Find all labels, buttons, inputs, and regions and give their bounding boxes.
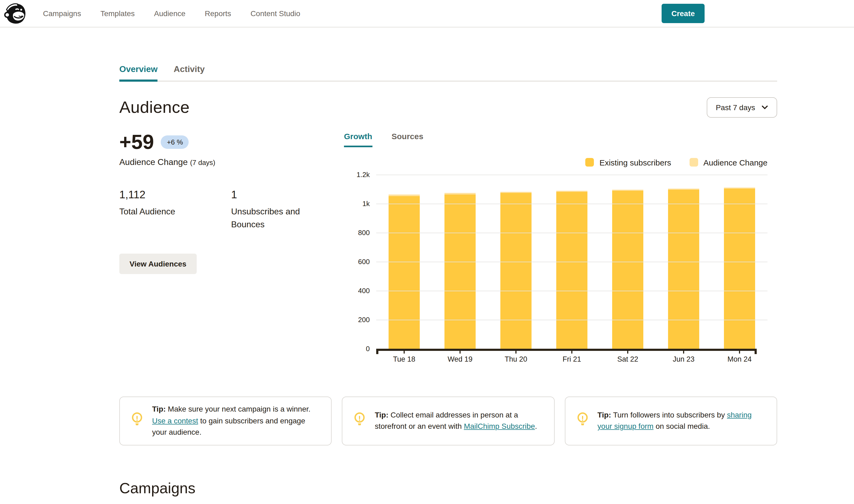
tip-prefix: Tip: xyxy=(375,411,389,419)
page-title: Audience xyxy=(119,98,190,117)
lightbulb-icon xyxy=(353,412,366,430)
tip-card: Tip: Collect email addresses in person a… xyxy=(342,397,555,445)
bar-segment-existing-subscribers[interactable] xyxy=(612,191,643,349)
mailchimp-logo-icon[interactable] xyxy=(3,2,27,25)
tip-prefix: Tip: xyxy=(598,411,611,419)
unsubscribes-value: 1 xyxy=(231,188,312,201)
title-row: Audience Past 7 days xyxy=(119,97,777,118)
tip-body-text: . xyxy=(535,422,537,431)
unsubscribes-stat: 1 Unsubscribes and Bounces xyxy=(231,188,312,231)
tip-body-text: on social media. xyxy=(654,422,710,431)
chart-tabs: Growth Sources xyxy=(344,132,767,147)
bar-segment-existing-subscribers[interactable] xyxy=(500,193,532,349)
growth-chart-panel: Growth Sources Existing subscribersAudie… xyxy=(344,132,777,363)
y-tick-label: 1k xyxy=(362,200,370,208)
legend-label: Audience Change xyxy=(703,158,767,167)
bar-segment-existing-subscribers[interactable] xyxy=(389,196,420,349)
date-range-value: Past 7 days xyxy=(716,103,755,112)
tip-body-text: Make sure your next campaign is a winner… xyxy=(166,404,310,413)
y-axis-labels: 1.2k1k8006004002000 xyxy=(344,175,376,349)
campaigns-section-heading: Campaigns xyxy=(119,480,777,497)
x-category-label: Sat 22 xyxy=(600,355,656,363)
bar-segment-existing-subscribers[interactable] xyxy=(556,192,587,349)
legend-swatch xyxy=(586,158,594,166)
gridline xyxy=(376,233,767,233)
main-content: Overview Activity Audience Past 7 days +… xyxy=(0,65,854,497)
x-axis-tick xyxy=(600,351,656,354)
create-button[interactable]: Create xyxy=(662,4,705,23)
bar-segment-existing-subscribers[interactable] xyxy=(444,195,476,349)
tip-text: Tip: Turn followers into subscribers by … xyxy=(598,410,766,433)
y-tick-label: 600 xyxy=(358,258,370,266)
x-axis xyxy=(376,349,767,351)
date-range-select[interactable]: Past 7 days xyxy=(707,97,777,118)
total-audience-label: Total Audience xyxy=(119,205,231,218)
legend-item: Existing subscribers xyxy=(586,158,671,167)
legend-item: Audience Change xyxy=(689,158,767,167)
gridline xyxy=(376,175,767,175)
nav-item-audience[interactable]: Audience xyxy=(154,9,185,18)
gridline xyxy=(376,262,767,262)
x-axis-tick xyxy=(376,351,432,354)
x-axis-tick xyxy=(656,351,712,354)
lightbulb-icon xyxy=(130,412,143,430)
x-category-label: Thu 20 xyxy=(488,355,544,363)
audience-change-value: +59 xyxy=(119,132,154,152)
nav-item-content-studio[interactable]: Content Studio xyxy=(250,9,300,18)
lightbulb-icon xyxy=(576,412,589,430)
y-tick-label: 200 xyxy=(358,316,370,324)
gridline xyxy=(376,291,767,291)
total-audience-stat: 1,112 Total Audience xyxy=(119,188,231,231)
audience-stats: +59 +6 % Audience Change (7 days) 1,112 … xyxy=(119,132,344,363)
x-category-label: Mon 24 xyxy=(712,355,767,363)
primary-nav: CampaignsTemplatesAudienceReportsContent… xyxy=(43,9,300,18)
y-tick-label: 0 xyxy=(366,345,370,353)
x-category-label: Tue 18 xyxy=(376,355,432,363)
tip-link[interactable]: MailChimp Subscribe xyxy=(464,422,535,431)
x-category-label: Fri 21 xyxy=(544,355,600,363)
x-axis-category-labels: Tue 18Wed 19Thu 20Fri 21Sat 22Jun 23Mon … xyxy=(376,355,767,363)
total-audience-value: 1,112 xyxy=(119,188,231,201)
tips-row: Tip: Make sure your next campaign is a w… xyxy=(119,397,777,445)
y-tick-label: 400 xyxy=(358,287,370,295)
tab-activity[interactable]: Activity xyxy=(174,65,205,82)
nav-item-campaigns[interactable]: Campaigns xyxy=(43,9,81,18)
x-axis-tick xyxy=(544,351,600,354)
x-axis-left-endcap xyxy=(376,349,378,354)
bar-segment-existing-subscribers[interactable] xyxy=(668,190,699,349)
tab-overview[interactable]: Overview xyxy=(119,65,158,82)
x-axis-tick xyxy=(712,351,767,354)
page-tabs: Overview Activity xyxy=(119,65,777,82)
gridline xyxy=(376,320,767,320)
unsubscribes-label: Unsubscribes and Bounces xyxy=(231,205,312,231)
x-axis-right-endcap xyxy=(754,349,757,354)
tip-prefix: Tip: xyxy=(152,404,166,413)
tip-card: Tip: Make sure your next campaign is a w… xyxy=(119,397,332,445)
tip-link[interactable]: Use a contest xyxy=(152,416,198,425)
y-tick-label: 1.2k xyxy=(357,170,370,179)
x-axis-tick xyxy=(488,351,544,354)
audience-change-sublabel: (7 days) xyxy=(190,159,215,166)
y-tick-label: 800 xyxy=(358,229,370,237)
growth-bar-chart: 1.2k1k8006004002000 xyxy=(344,175,767,349)
bar-segment-existing-subscribers[interactable] xyxy=(724,188,755,349)
tab-sources[interactable]: Sources xyxy=(392,132,423,147)
view-audiences-button[interactable]: View Audiences xyxy=(119,254,197,274)
x-axis-ticks xyxy=(376,351,767,354)
chart-plot-area xyxy=(376,175,767,349)
audience-change-percent-badge: +6 % xyxy=(161,135,189,148)
tip-text: Tip: Make sure your next campaign is a w… xyxy=(152,403,321,438)
chevron-down-icon xyxy=(762,105,768,110)
legend-label: Existing subscribers xyxy=(600,158,671,167)
audience-change-label: Audience Change xyxy=(119,158,188,166)
x-axis-line xyxy=(376,349,757,351)
nav-item-templates[interactable]: Templates xyxy=(101,9,135,18)
x-axis-tick xyxy=(432,351,488,354)
nav-item-reports[interactable]: Reports xyxy=(205,9,231,18)
tab-growth[interactable]: Growth xyxy=(344,132,372,147)
tip-body-text: Turn followers into subscribers by xyxy=(611,411,727,419)
legend-swatch xyxy=(689,158,698,166)
tip-text: Tip: Collect email addresses in person a… xyxy=(375,410,544,433)
x-category-label: Jun 23 xyxy=(656,355,712,363)
top-nav: CampaignsTemplatesAudienceReportsContent… xyxy=(0,0,854,28)
